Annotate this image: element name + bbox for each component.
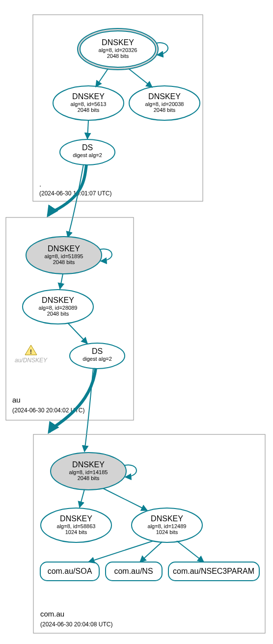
svg-text:alg=8, id=14185: alg=8, id=14185 xyxy=(69,469,108,475)
edge-comauksk-zsk1 xyxy=(80,489,84,508)
node-comau-zsk1: DNSKEY alg=8, id=58863 1024 bits xyxy=(41,508,111,542)
edge-auzsk-ds xyxy=(68,323,87,344)
edge-rootksk-zsk1 xyxy=(96,69,108,87)
node-comau-zsk2: DNSKEY alg=8, id=12489 1024 bits xyxy=(132,508,202,542)
zone-time-comau: (2024-06-30 20:04:08 UTC) xyxy=(40,621,112,628)
node-au-zsk: DNSKEY alg=8, id=28089 2048 bits xyxy=(23,290,93,324)
edge-zone-au-comau xyxy=(49,368,96,432)
svg-text:DNSKEY: DNSKEY xyxy=(102,38,134,47)
zone-label-au: au xyxy=(12,396,21,404)
svg-text:alg=8, id=58863: alg=8, id=58863 xyxy=(57,523,96,529)
dnssec-chain-diagram: . (2024-06-30 19:01:07 UTC) DNSKEY alg=8… xyxy=(0,0,273,644)
svg-text:alg=8, id=12489: alg=8, id=12489 xyxy=(148,523,187,529)
svg-text:com.au/SOA: com.au/SOA xyxy=(48,567,92,575)
svg-text:DNSKEY: DNSKEY xyxy=(72,92,105,101)
svg-text:2048 bits: 2048 bits xyxy=(107,53,129,59)
zone-label-comau: com.au xyxy=(40,610,64,618)
node-comau-ksk: DNSKEY alg=8, id=14185 2048 bits xyxy=(51,453,126,490)
node-nsec3: com.au/NSEC3PARAM xyxy=(168,562,259,581)
svg-text:au/DNSKEY: au/DNSKEY xyxy=(15,357,48,364)
node-au-ksk: DNSKEY alg=8, id=51895 2048 bits xyxy=(26,237,102,274)
svg-text:alg=8, id=28089: alg=8, id=28089 xyxy=(39,305,78,311)
warning-au-dnskey: ! au/DNSKEY xyxy=(15,345,48,364)
node-root-ds: DS digest alg=2 xyxy=(60,139,115,165)
svg-text:DNSKEY: DNSKEY xyxy=(151,514,183,523)
edge-auksk-zsk xyxy=(60,274,63,289)
svg-text:2048 bits: 2048 bits xyxy=(47,311,69,317)
edge-comauksk-zsk2 xyxy=(103,488,147,510)
node-root-ksk: DNSKEY alg=8, id=20326 2048 bits xyxy=(78,28,158,70)
svg-text:2048 bits: 2048 bits xyxy=(53,259,75,265)
svg-text:2048 bits: 2048 bits xyxy=(154,107,176,113)
edge-rootksk-zsk2 xyxy=(129,69,152,87)
edge-zsk2-ns xyxy=(140,542,162,562)
svg-text:DNSKEY: DNSKEY xyxy=(148,92,181,101)
edge-rootzsk1-ds xyxy=(87,120,88,139)
svg-text:DNSKEY: DNSKEY xyxy=(60,514,92,523)
edge-auds-comauksk xyxy=(84,368,93,452)
svg-text:alg=8, id=20326: alg=8, id=20326 xyxy=(99,47,137,53)
svg-text:DS: DS xyxy=(82,143,93,152)
svg-text:DS: DS xyxy=(92,347,103,355)
svg-text:alg=8, id=51895: alg=8, id=51895 xyxy=(45,253,83,259)
svg-text:!: ! xyxy=(30,348,32,355)
node-au-ds: DS digest alg=2 xyxy=(70,343,125,369)
svg-text:com.au/NSEC3PARAM: com.au/NSEC3PARAM xyxy=(173,567,254,575)
zone-label-root: . xyxy=(39,180,41,188)
svg-text:1024 bits: 1024 bits xyxy=(65,529,87,535)
svg-text:digest alg=2: digest alg=2 xyxy=(73,152,102,158)
node-ns: com.au/NS xyxy=(106,562,162,581)
svg-text:DNSKEY: DNSKEY xyxy=(42,296,74,304)
svg-text:DNSKEY: DNSKEY xyxy=(72,460,105,469)
edge-zsk2-nsec3 xyxy=(177,541,204,562)
svg-text:DNSKEY: DNSKEY xyxy=(48,244,80,253)
svg-text:com.au/NS: com.au/NS xyxy=(114,567,153,575)
svg-text:2048 bits: 2048 bits xyxy=(78,107,100,113)
node-root-zsk1: DNSKEY alg=8, id=5613 2048 bits xyxy=(53,86,124,120)
svg-text:2048 bits: 2048 bits xyxy=(78,475,100,481)
svg-text:alg=8, id=5613: alg=8, id=5613 xyxy=(71,101,107,107)
svg-text:1024 bits: 1024 bits xyxy=(156,529,178,535)
svg-text:digest alg=2: digest alg=2 xyxy=(82,356,112,362)
svg-text:alg=8, id=20038: alg=8, id=20038 xyxy=(145,101,184,107)
node-root-zsk2: DNSKEY alg=8, id=20038 2048 bits xyxy=(129,86,200,120)
node-soa: com.au/SOA xyxy=(40,562,99,581)
